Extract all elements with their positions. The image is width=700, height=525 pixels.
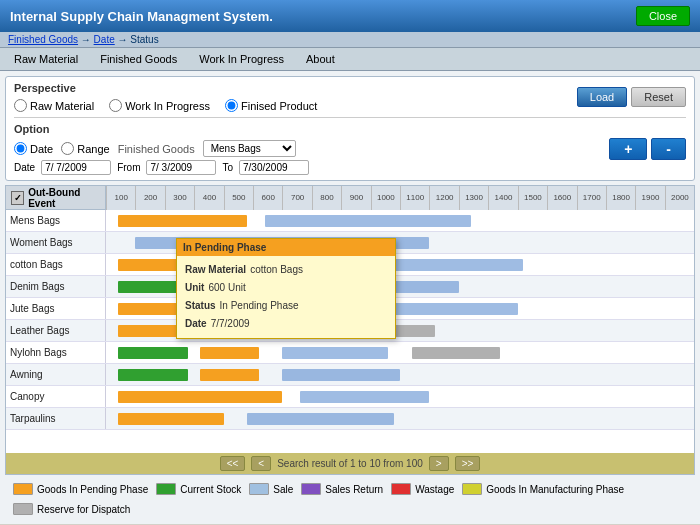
table-row: Tarpaulins xyxy=(6,408,694,430)
row-bars-awning xyxy=(106,364,694,385)
minus-button[interactable]: - xyxy=(651,138,686,160)
bar xyxy=(376,259,523,271)
row-label-denim-bags: Denim Bags xyxy=(6,276,106,297)
legend-pending: Goods In Pending Phase xyxy=(13,483,148,495)
row-label-cotton-bags: cotton Bags xyxy=(6,254,106,275)
close-button[interactable]: Close xyxy=(636,6,690,26)
next-page-button[interactable]: > xyxy=(429,456,449,471)
prev-page-button[interactable]: < xyxy=(251,456,271,471)
tooltip-body: Raw Material cotton Bags Unit 600 Unit S… xyxy=(177,256,395,338)
last-page-button[interactable]: >> xyxy=(455,456,481,471)
outbound-event-btn[interactable]: ✓ Out-Bound Event xyxy=(11,187,105,209)
tick-1000: 1000 xyxy=(371,186,400,210)
row-bars-tarpaulins xyxy=(106,408,694,429)
timeline-header: 100 200 300 400 500 600 700 800 900 1000… xyxy=(106,186,694,210)
legend-color-wastage xyxy=(391,483,411,495)
tick-200: 200 xyxy=(135,186,164,210)
tooltip-row-status: Status In Pending Phase xyxy=(185,297,387,315)
tooltip-val-raw: cotton Bags xyxy=(250,261,303,279)
legend-label-sales-return: Sales Return xyxy=(325,484,383,495)
bar xyxy=(200,347,259,359)
bar xyxy=(300,391,429,403)
option-label: Option xyxy=(14,123,309,135)
date-row: Date From To xyxy=(14,160,309,175)
tooltip-row-unit: Unit 600 Unit xyxy=(185,279,387,297)
tooltip-header: In Pending Phase xyxy=(177,239,395,256)
breadcrumb-date[interactable]: Date xyxy=(94,34,115,45)
legend-wastage: Wastage xyxy=(391,483,454,495)
gantt-section: ✓ Out-Bound Event 100 200 300 400 500 60… xyxy=(5,185,695,475)
row-bars-canopy xyxy=(106,386,694,407)
perspective-work-in-progress[interactable]: Work In Progress xyxy=(109,99,210,112)
nav-work-in-progress[interactable]: Work In Progress xyxy=(189,50,294,68)
perspective-label: Perspective xyxy=(14,82,317,94)
row-bars-mens-bags xyxy=(106,210,694,231)
legend-label-dispatch: Reserve for Dispatch xyxy=(37,504,130,515)
bar xyxy=(282,347,388,359)
tick-100: 100 xyxy=(106,186,135,210)
row-label-jute-bags: Jute Bags xyxy=(6,298,106,319)
legend-sales-return: Sales Return xyxy=(301,483,383,495)
legend-color-sale xyxy=(249,483,269,495)
bar xyxy=(412,347,500,359)
bar xyxy=(265,215,471,227)
legend-label-pending: Goods In Pending Phase xyxy=(37,484,148,495)
row-label-leather-bags: Leather Bags xyxy=(6,320,106,341)
goods-dropdown[interactable]: Mens Bags Womens Bags Cotton Bags Denim … xyxy=(203,140,296,157)
tooltip-box: In Pending Phase Raw Material cotton Bag… xyxy=(176,238,396,339)
bar xyxy=(282,369,400,381)
bar xyxy=(247,413,394,425)
table-row: Awning xyxy=(6,364,694,386)
perspective-raw-material[interactable]: Raw Material xyxy=(14,99,94,112)
nav-raw-material[interactable]: Raw Material xyxy=(4,50,88,68)
pagination-bar: << < Search result of 1 to 10 from 100 >… xyxy=(6,453,694,474)
legend-sale: Sale xyxy=(249,483,293,495)
legend: Goods In Pending Phase Current Stock Sal… xyxy=(5,479,695,519)
bar xyxy=(118,391,283,403)
perspective-finished-product[interactable]: Finised Product xyxy=(225,99,317,112)
tick-1900: 1900 xyxy=(635,186,664,210)
tooltip-label-raw: Raw Material xyxy=(185,261,246,279)
nav-about[interactable]: About xyxy=(296,50,345,68)
tick-1800: 1800 xyxy=(606,186,635,210)
tooltip-label-date: Date xyxy=(185,315,207,333)
bar xyxy=(200,369,259,381)
legend-color-pending xyxy=(13,483,33,495)
outbound-checkbox[interactable]: ✓ xyxy=(11,191,24,205)
legend-label-manufacturing: Goods In Manufacturing Phase xyxy=(486,484,624,495)
reset-button[interactable]: Reset xyxy=(631,87,686,107)
option-range[interactable]: Range xyxy=(61,142,109,155)
app-title: Internal Supply Chain Managment System. xyxy=(10,9,273,24)
tooltip-label-status: Status xyxy=(185,297,216,315)
tick-2000: 2000 xyxy=(665,186,694,210)
bar xyxy=(118,413,224,425)
load-button[interactable]: Load xyxy=(577,87,627,107)
nav-finished-goods[interactable]: Finished Goods xyxy=(90,50,187,68)
legend-dispatch: Reserve for Dispatch xyxy=(13,503,130,515)
tick-1700: 1700 xyxy=(577,186,606,210)
legend-label-sale: Sale xyxy=(273,484,293,495)
tick-1100: 1100 xyxy=(400,186,429,210)
to-input[interactable] xyxy=(239,160,309,175)
tooltip-row-date: Date 7/7/2009 xyxy=(185,315,387,333)
table-row: Mens Bags xyxy=(6,210,694,232)
option-date[interactable]: Date xyxy=(14,142,53,155)
table-row: Canopy xyxy=(6,386,694,408)
legend-label-wastage: Wastage xyxy=(415,484,454,495)
tick-500: 500 xyxy=(224,186,253,210)
from-input[interactable] xyxy=(146,160,216,175)
row-label-awning: Awning xyxy=(6,364,106,385)
date-input[interactable] xyxy=(41,160,111,175)
row-label-tarpaulins: Tarpaulins xyxy=(6,408,106,429)
legend-stock: Current Stock xyxy=(156,483,241,495)
plus-button[interactable]: + xyxy=(609,138,647,160)
perspective-row: Raw Material Work In Progress Finised Pr… xyxy=(14,99,317,112)
row-label-woment-bags: Woment Bags xyxy=(6,232,106,253)
breadcrumb-status: Status xyxy=(130,34,158,45)
option-row: Date Range Finished Goods Mens Bags Wome… xyxy=(14,140,309,157)
bar xyxy=(118,369,189,381)
row-label-mens-bags: Mens Bags xyxy=(6,210,106,231)
gantt-header: ✓ Out-Bound Event 100 200 300 400 500 60… xyxy=(6,186,694,210)
first-page-button[interactable]: << xyxy=(220,456,246,471)
breadcrumb-finished-goods[interactable]: Finished Goods xyxy=(8,34,78,45)
